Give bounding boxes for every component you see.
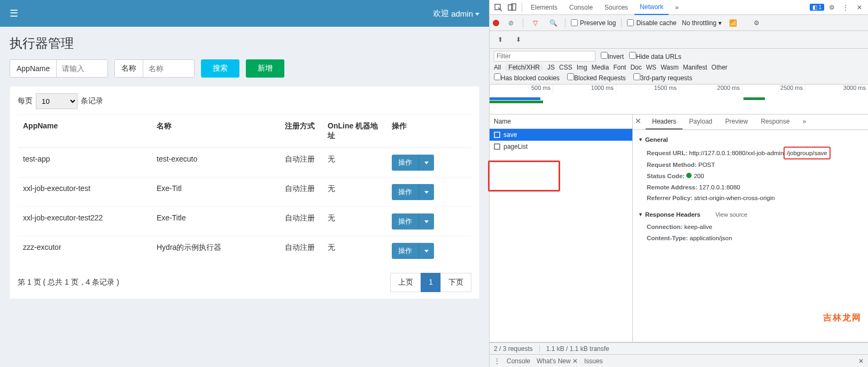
devtools-tabs: Elements Console Sources Network » ◧ 1 ⚙… — [490, 0, 868, 15]
upload-icon[interactable]: ⬆ — [494, 33, 507, 46]
chevron-down-icon — [475, 9, 479, 18]
gear-icon[interactable]: ⚙ — [825, 1, 838, 14]
page-1[interactable]: 1 — [421, 273, 441, 292]
filter-bar: Invert Hide data URLs AllFetch/XHRJSCSSI… — [490, 49, 868, 85]
throttle-select[interactable]: No throttling ▾ — [682, 19, 722, 27]
dtab-more[interactable]: » — [796, 114, 812, 129]
resp-headers-section[interactable]: Response HeadersView source — [638, 209, 863, 220]
tab-console[interactable]: Console — [564, 0, 598, 15]
tab-sources[interactable]: Sources — [599, 0, 633, 15]
issue-badge[interactable]: ◧ 1 — [810, 4, 824, 11]
table-row: zzz-excutorHydra的示例执行器自动注册无操作 — [18, 236, 471, 266]
device-icon[interactable] — [506, 1, 518, 14]
request-item[interactable]: pageList — [490, 141, 632, 152]
drawer-kebab[interactable]: ⋮ — [494, 357, 500, 365]
name-input[interactable] — [143, 60, 194, 77]
svg-rect-3 — [494, 132, 500, 137]
action-button[interactable]: 操作 — [392, 184, 418, 200]
type-filter[interactable]: All — [494, 64, 501, 71]
filter-input[interactable] — [494, 51, 595, 62]
detail-tabs: Headers Payload Preview Response » — [633, 114, 868, 130]
tab-network[interactable]: Network — [634, 0, 669, 15]
drawer-whatsnew[interactable]: What's New ✕ — [537, 357, 578, 365]
action-caret[interactable] — [418, 243, 434, 259]
drawer-issues[interactable]: Issues — [584, 357, 603, 365]
request-item[interactable]: save — [490, 129, 632, 141]
record-button[interactable] — [493, 20, 499, 26]
disable-cache-ck[interactable]: Disable cache — [627, 19, 676, 27]
kebab-icon[interactable]: ⋮ — [839, 1, 852, 14]
network-body: Name savepageList ✕ Headers Payload Prev… — [490, 114, 868, 342]
action-caret[interactable] — [418, 213, 434, 230]
status-dot-icon — [686, 173, 692, 178]
action-button[interactable]: 操作 — [392, 243, 418, 259]
prev-page[interactable]: 上页 — [390, 273, 421, 292]
network-toolbar: ⊘ ▽ 🔍 Preserve log Disable cache No thro… — [490, 15, 868, 31]
type-filter[interactable]: Manifest — [683, 64, 707, 71]
appname-label: AppName — [10, 60, 57, 77]
req-count: 2 / 3 requests — [494, 345, 533, 353]
tab-more[interactable]: » — [670, 0, 684, 15]
hide-urls-ck[interactable]: Hide data URLs — [629, 52, 681, 60]
next-page[interactable]: 下页 — [440, 273, 471, 292]
type-filter[interactable]: Media — [592, 64, 609, 71]
extra-filter-ck[interactable]: 3rd-party requests — [633, 73, 692, 82]
drawer: ⋮ Console What's New ✕ Issues ✕ — [490, 354, 868, 367]
extra-filter-ck[interactable]: Has blocked cookies — [494, 73, 560, 82]
dtab-headers[interactable]: Headers — [646, 114, 683, 129]
action-button[interactable]: 操作 — [392, 155, 418, 171]
th-reg: 注册方式 — [280, 115, 322, 148]
inspect-icon[interactable] — [492, 1, 505, 14]
req-list-header: Name — [490, 114, 632, 129]
hamburger-icon[interactable]: ☰ — [10, 7, 18, 19]
drawer-console[interactable]: Console — [507, 357, 530, 365]
table-panel: 每页 10 条记录 AppName 名称 注册方式 OnLine 机器地址 操作… — [10, 86, 479, 299]
close-devtools-icon[interactable]: ✕ — [853, 1, 866, 14]
search-button[interactable]: 搜索 — [201, 59, 239, 78]
view-source-link[interactable]: View source — [715, 210, 747, 220]
page-title: 执行器管理 — [10, 35, 479, 52]
extra-filter-ck[interactable]: Blocked Requests — [567, 73, 626, 82]
filter-icon[interactable]: ▽ — [529, 17, 541, 29]
clear-icon[interactable]: ⊘ — [505, 17, 517, 29]
wifi-icon[interactable]: 📶 — [727, 17, 740, 29]
preserve-log-ck[interactable]: Preserve log — [571, 19, 616, 27]
dtab-response[interactable]: Response — [754, 114, 796, 129]
th-appname: AppName — [18, 115, 151, 148]
type-filter[interactable]: Doc — [630, 64, 641, 71]
welcome-prefix: 欢迎 — [433, 9, 449, 19]
search-icon[interactable]: 🔍 — [547, 17, 560, 29]
type-filter[interactable]: WS — [646, 64, 656, 71]
table-row: test-apptest-executo自动注册无操作 — [18, 148, 471, 178]
type-filter[interactable]: Img — [577, 64, 587, 71]
action-caret[interactable] — [418, 184, 434, 200]
action-button[interactable]: 操作 — [392, 213, 418, 230]
import-export-row: ⬆ ⬇ — [490, 31, 868, 49]
th-name: 名称 — [151, 115, 280, 148]
type-filter[interactable]: Other — [711, 64, 727, 71]
table-row: xxl-job-executor-test222Exe-Title自动注册无操作 — [18, 207, 471, 236]
invert-ck[interactable]: Invert — [601, 52, 624, 60]
dtab-preview[interactable]: Preview — [719, 114, 755, 129]
waterfall[interactable]: 500 ms1000 ms1500 ms2000 ms2500 ms3000 m… — [490, 85, 868, 114]
type-filter[interactable]: JS — [547, 64, 555, 71]
type-filter[interactable]: Wasm — [661, 64, 679, 71]
download-icon[interactable]: ⬇ — [512, 33, 525, 46]
drawer-close-icon[interactable]: ✕ — [858, 357, 864, 365]
type-filter[interactable]: Font — [613, 64, 626, 71]
general-section[interactable]: General — [638, 134, 863, 146]
username: admin — [451, 9, 473, 18]
appname-group: AppName — [10, 59, 108, 78]
dtab-payload[interactable]: Payload — [683, 114, 718, 129]
page-size-select[interactable]: 10 — [36, 93, 78, 109]
type-filter[interactable]: CSS — [559, 64, 572, 71]
action-caret[interactable] — [418, 155, 434, 171]
user-menu[interactable]: 欢迎 admin — [433, 9, 479, 19]
appname-input[interactable] — [57, 60, 107, 77]
tab-elements[interactable]: Elements — [525, 0, 563, 15]
close-detail-icon[interactable]: ✕ — [635, 117, 641, 125]
type-filter[interactable]: Fetch/XHR — [505, 64, 543, 71]
add-button[interactable]: 新增 — [246, 59, 284, 78]
page-info: 第 1 页 ( 总共 1 页，4 条记录 ) — [18, 278, 119, 287]
gear-icon-2[interactable]: ⚙ — [750, 17, 763, 29]
